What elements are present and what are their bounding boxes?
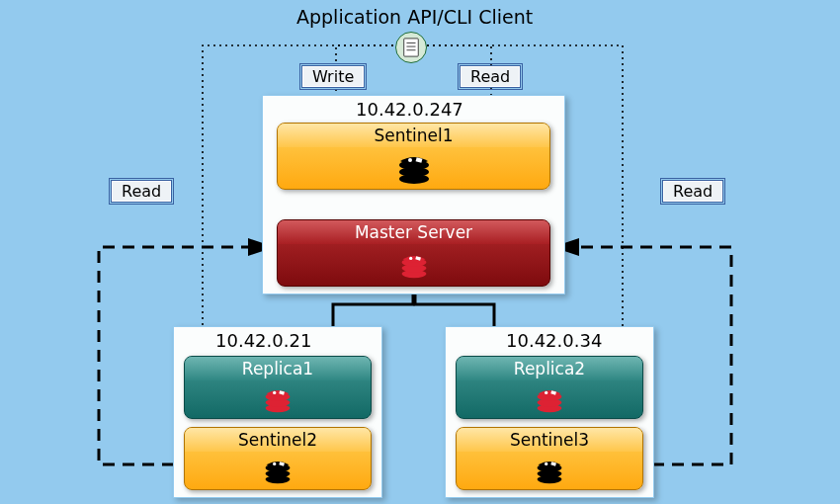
sentinel3-node: Sentinel3	[456, 427, 643, 490]
replica1-node: Replica1	[184, 356, 372, 419]
sentinel1-title: Sentinel1	[278, 124, 549, 147]
client-title: Application API/CLI Client	[296, 6, 533, 28]
replica1-ip: 10.42.0.21	[215, 330, 311, 351]
svg-point-7	[408, 158, 412, 162]
svg-point-17	[273, 391, 276, 394]
replica2-node: Replica2	[456, 356, 643, 419]
replica2-title: Replica2	[457, 357, 642, 380]
sentinel2-node: Sentinel2	[184, 427, 372, 490]
diagram-stage: Application API/CLI Client Write Read Re…	[0, 0, 840, 504]
redis-icon	[535, 385, 564, 413]
replica1-title: Replica1	[185, 357, 371, 380]
master-node: Master Server	[277, 219, 550, 287]
svg-point-22	[273, 462, 276, 465]
label-read-left: Read	[111, 180, 172, 203]
label-write: Write	[301, 65, 365, 88]
svg-rect-0	[404, 39, 419, 56]
sentinel2-title: Sentinel2	[185, 428, 371, 452]
redis-icon	[263, 385, 293, 413]
label-read-top: Read	[460, 65, 521, 88]
svg-point-32	[545, 462, 547, 465]
redis-icon	[263, 457, 293, 484]
sentinel3-title: Sentinel3	[457, 428, 642, 452]
client-icon	[395, 32, 427, 63]
svg-point-27	[545, 391, 547, 394]
redis-icon	[396, 151, 432, 185]
svg-point-12	[409, 257, 412, 260]
label-read-right: Read	[662, 180, 723, 203]
redis-icon	[535, 457, 564, 484]
redis-icon	[399, 251, 429, 279]
master-title: Master Server	[278, 220, 549, 244]
replica2-ip: 10.42.0.34	[506, 330, 602, 351]
sentinel1-node: Sentinel1	[277, 123, 550, 190]
master-ip: 10.42.0.247	[356, 99, 463, 120]
